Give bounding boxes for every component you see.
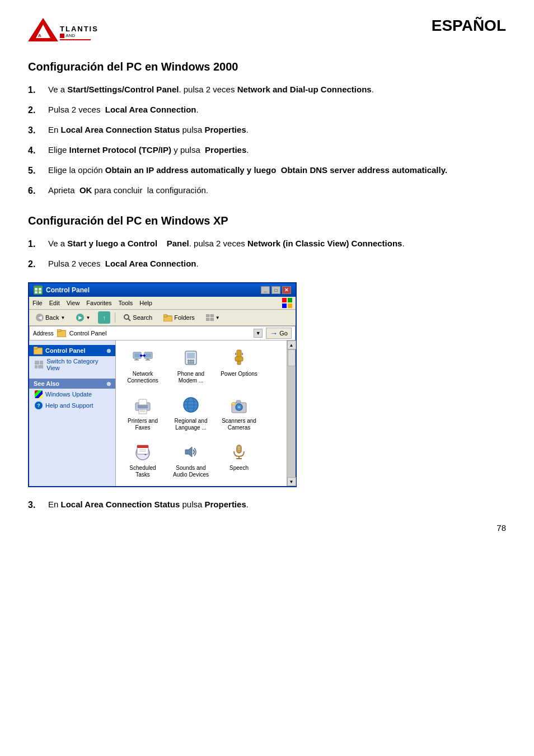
cp-speech[interactable]: Speech — [217, 439, 261, 480]
svg-rect-6 — [35, 291, 38, 293]
switch-view-item[interactable]: Switch to Category View — [29, 356, 115, 373]
step1-5: 5. Elige la opción Obtain an IP address … — [28, 164, 506, 178]
cp-sounds-audio[interactable]: Sounds andAudio Devices — [168, 439, 213, 480]
address-value[interactable]: Control Panel — [69, 330, 107, 337]
svg-rect-54 — [138, 405, 148, 408]
scroll-down-button[interactable]: ▼ — [287, 477, 296, 486]
views-icon — [206, 314, 214, 321]
views-button[interactable]: ▼ — [203, 312, 223, 323]
svg-rect-21 — [57, 329, 61, 332]
control-panel-section: Control Panel ⊗ Switch to Category View — [29, 345, 115, 373]
speech-label: Speech — [229, 465, 249, 472]
menu-edit[interactable]: Edit — [49, 300, 60, 306]
menu-help[interactable]: Help — [139, 300, 152, 306]
cp-scheduled-tasks[interactable]: ScheduledTasks — [120, 439, 165, 480]
sounds-audio-icon — [180, 441, 202, 463]
forward-dropdown-icon: ▼ — [86, 315, 90, 320]
windows-update-label: Windows Update — [45, 391, 92, 398]
svg-rect-17 — [210, 314, 214, 317]
close-button[interactable]: ✕ — [282, 286, 291, 294]
cp-phone-modem[interactable]: Phone andModem ... — [168, 345, 213, 386]
sidebar-control-panel-label: Control Panel — [45, 347, 86, 354]
cp-regional-language[interactable]: Regional andLanguage ... — [168, 392, 213, 433]
windows-logo-icon — [282, 298, 292, 308]
step2-2: 2. Pulsa 2 veces Local Area Connection. — [28, 258, 506, 271]
network-connections-label: NetworkConnections — [127, 371, 158, 384]
sounds-audio-label: Sounds andAudio Devices — [173, 465, 209, 478]
toolbar-separator — [115, 312, 115, 323]
speech-icon — [228, 441, 250, 463]
address-label: Address — [33, 330, 54, 337]
svg-rect-40 — [187, 353, 195, 358]
minimize-button[interactable]: _ — [261, 286, 270, 294]
scanners-cameras-label: Scanners andCameras — [222, 418, 256, 431]
folders-button[interactable]: Folders — [160, 312, 198, 323]
cp-network-connections[interactable]: NetworkConnections — [120, 345, 165, 386]
svg-point-44 — [188, 362, 190, 364]
cp-power-options[interactable]: Power Options — [217, 345, 261, 386]
sidebar: Control Panel ⊗ Switch to Category View … — [29, 340, 116, 486]
control-panel-section-header[interactable]: Control Panel ⊗ — [29, 345, 115, 356]
see-also-section-header[interactable]: See Also ⊗ — [29, 379, 115, 389]
svg-marker-77 — [185, 447, 192, 457]
regional-language-icon — [180, 394, 202, 416]
svg-rect-9 — [288, 298, 292, 302]
svg-point-46 — [192, 362, 194, 364]
restore-button[interactable]: □ — [271, 286, 280, 294]
svg-rect-8 — [282, 298, 287, 302]
svg-rect-74 — [137, 445, 148, 448]
svg-rect-7 — [39, 291, 41, 293]
step2-1: 1. Ve a Start y luego a Control Panel. p… — [28, 237, 506, 251]
scrollbar[interactable]: ▲ ▼ — [287, 340, 296, 486]
control-panel-window: Control Panel _ □ ✕ File Edit View Favor… — [28, 282, 297, 487]
windows-update-link[interactable]: Windows Update — [29, 389, 115, 400]
window-controls[interactable]: _ □ ✕ — [261, 286, 291, 294]
scroll-up-button[interactable]: ▲ — [287, 340, 296, 349]
menu-view[interactable]: View — [67, 300, 80, 306]
step1-2: 2. Pulsa 2 veces Local Area Connection. — [28, 104, 506, 117]
forward-button[interactable]: ▶ ▼ — [73, 312, 93, 323]
scheduled-tasks-icon — [132, 441, 153, 463]
cp-scanners-cameras[interactable]: Scanners andCameras — [217, 392, 261, 433]
switch-view-icon — [35, 361, 43, 368]
logo-sub: AND — [65, 33, 75, 38]
scroll-thumb[interactable] — [288, 349, 296, 366]
svg-rect-27 — [38, 365, 43, 368]
help-support-link[interactable]: ? Help and Support — [29, 400, 115, 411]
printers-faxes-icon — [132, 394, 153, 416]
step1-3: 3. En Local Area Connection Status pulsa… — [28, 124, 506, 137]
back-button[interactable]: ◀ Back ▼ — [32, 312, 68, 323]
menu-favorites[interactable]: Favorites — [86, 300, 111, 306]
go-button[interactable]: → Go — [266, 328, 292, 339]
svg-rect-49 — [237, 361, 241, 365]
scheduled-tasks-label: ScheduledTasks — [129, 465, 156, 478]
window-title: Control Panel — [46, 286, 90, 294]
step1-1: 1. Ve a Start/Settings/Control Panel. pu… — [28, 83, 506, 97]
scroll-track[interactable] — [287, 349, 296, 477]
search-button[interactable]: Search — [120, 312, 156, 323]
up-button[interactable]: ↑ — [98, 311, 110, 324]
help-support-label: Help and Support — [45, 402, 93, 409]
regional-language-label: Regional andLanguage ... — [175, 418, 208, 431]
scanners-cameras-icon — [228, 394, 250, 416]
svg-rect-50 — [235, 353, 236, 355]
power-options-label: Power Options — [221, 371, 257, 377]
cp-grid: NetworkConnections — [120, 345, 282, 480]
section2-title: Configuración del PC en Windows XP — [28, 214, 506, 227]
menu-tools[interactable]: Tools — [119, 300, 133, 306]
cp-printers-faxes[interactable]: Printers andFaxes — [120, 392, 165, 433]
see-also-collapse-icon: ⊗ — [106, 381, 111, 387]
menu-file[interactable]: File — [32, 300, 43, 306]
power-options-icon — [228, 347, 250, 368]
help-support-icon: ? — [35, 402, 43, 409]
section2-steps: 1. Ve a Start y luego a Control Panel. p… — [28, 237, 506, 271]
window-title-icon — [34, 286, 43, 295]
svg-point-45 — [190, 362, 192, 364]
svg-rect-55 — [139, 399, 147, 405]
svg-point-42 — [190, 360, 192, 362]
svg-rect-4 — [35, 288, 38, 291]
forward-icon: ▶ — [76, 314, 84, 321]
svg-rect-23 — [34, 347, 38, 349]
window-body: Control Panel ⊗ Switch to Category View … — [29, 340, 296, 486]
address-dropdown[interactable]: ▼ — [254, 329, 263, 338]
